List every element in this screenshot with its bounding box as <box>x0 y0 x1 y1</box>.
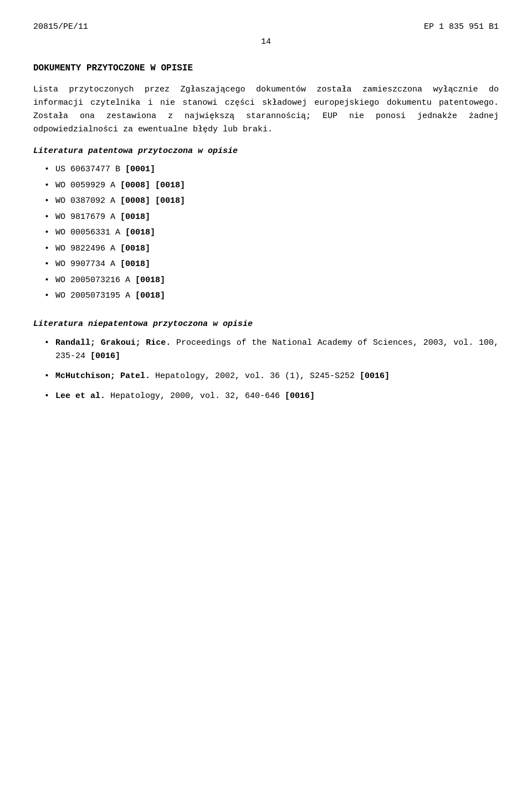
ref-tag: [0018] <box>125 228 155 237</box>
author: McHutchison; Patel. <box>55 371 150 381</box>
ref-tag: [0001] <box>125 165 155 174</box>
nonpatent-subsection-title: Literatura niepatentowa przytoczona w op… <box>33 319 499 329</box>
ref-tag: [0016] <box>360 371 390 381</box>
ref-tag: [0018] <box>135 291 165 300</box>
ref-tag: [0016] <box>285 391 315 401</box>
ref-tag: [0008] [0018] <box>120 181 185 190</box>
ref-tag: [0018] <box>120 244 150 253</box>
section-title: DOKUMENTY PRZYTOCZONE W OPISIE <box>33 63 499 73</box>
nonpatent-list-item: McHutchison; Patel. Hepatology, 2002, vo… <box>44 370 499 383</box>
patent-subsection-title: Literatura patentowa przytoczona w opisi… <box>33 146 499 156</box>
patent-list-item: WO 2005073216 A [0018] <box>44 274 499 287</box>
header-left: 20815/PE/11 <box>33 22 88 32</box>
author: Randall; Grakoui; Rice. <box>55 338 171 348</box>
patent-list-item: WO 0059929 A [0008] [0018] <box>44 180 499 192</box>
page-number: 14 <box>33 37 499 47</box>
patent-list-item: WO 9907734 A [0018] <box>44 258 499 271</box>
ref-tag: [0018] <box>135 275 165 285</box>
nonpatent-list-item: Lee et al. Hepatology, 2000, vol. 32, 64… <box>44 390 499 403</box>
patent-list-item: WO 9817679 A [0018] <box>44 211 499 224</box>
patent-list-item: US 60637477 B [0001] <box>44 164 499 176</box>
ref-tag: [0016] <box>90 351 120 361</box>
ref-tag: [0008] [0018] <box>120 196 185 206</box>
patent-list-item: WO 9822496 A [0018] <box>44 243 499 256</box>
patent-list-item: WO 2005073195 A [0018] <box>44 290 499 303</box>
patent-list-item: WO 00056331 A [0018] <box>44 227 499 239</box>
patent-list-item: WO 0387092 A [0008] [0018] <box>44 195 499 208</box>
header-right: EP 1 835 951 B1 <box>424 22 499 32</box>
ref-tag: [0018] <box>120 212 150 222</box>
intro-text: Lista przytoczonych przez Zgłaszającego … <box>33 83 499 136</box>
patent-list: US 60637477 B [0001]WO 0059929 A [0008] … <box>33 164 499 303</box>
author: Lee et al. <box>55 391 105 401</box>
ref-tag: [0018] <box>120 259 150 269</box>
nonpatent-list: Randall; Grakoui; Rice. Proceedings of t… <box>33 336 499 403</box>
nonpatent-list-item: Randall; Grakoui; Rice. Proceedings of t… <box>44 336 499 363</box>
